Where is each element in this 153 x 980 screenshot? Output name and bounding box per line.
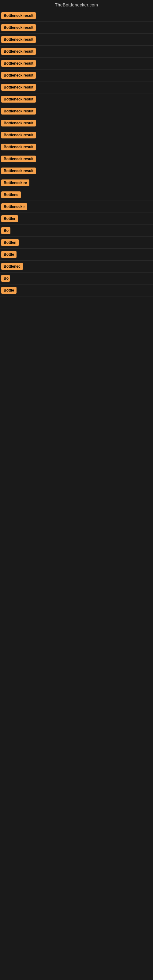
result-row-18: Bottler bbox=[0, 213, 153, 225]
bottleneck-badge-20[interactable]: Bottlen bbox=[1, 239, 19, 246]
results-list: Bottleneck resultBottleneck resultBottle… bbox=[0, 10, 153, 296]
result-row-15: Bottleneck re bbox=[0, 177, 153, 189]
result-row-16: Bottlene bbox=[0, 189, 153, 201]
bottleneck-badge-14[interactable]: Bottleneck result bbox=[1, 167, 36, 174]
bottleneck-badge-3[interactable]: Bottleneck result bbox=[1, 36, 36, 43]
bottleneck-badge-19[interactable]: Bo bbox=[1, 227, 10, 234]
bottleneck-badge-22[interactable]: Bottlenec bbox=[1, 263, 23, 270]
result-row-23: Bo bbox=[0, 272, 153, 285]
bottleneck-badge-4[interactable]: Bottleneck result bbox=[1, 48, 36, 55]
result-row-4: Bottleneck result bbox=[0, 46, 153, 57]
bottleneck-badge-11[interactable]: Bottleneck result bbox=[1, 132, 36, 138]
result-row-1: Bottleneck result bbox=[0, 10, 153, 22]
bottleneck-badge-5[interactable]: Bottleneck result bbox=[1, 60, 36, 67]
bottleneck-badge-10[interactable]: Bottleneck result bbox=[1, 120, 36, 126]
site-header: TheBottlenecker.com bbox=[0, 0, 153, 10]
result-row-5: Bottleneck result bbox=[0, 57, 153, 70]
page-wrapper: TheBottlenecker.com Bottleneck resultBot… bbox=[0, 0, 153, 725]
result-row-9: Bottleneck result bbox=[0, 105, 153, 117]
bottleneck-badge-15[interactable]: Bottleneck re bbox=[1, 180, 29, 186]
bottleneck-badge-23[interactable]: Bo bbox=[1, 275, 10, 282]
bottleneck-badge-18[interactable]: Bottler bbox=[1, 215, 18, 222]
bottleneck-badge-1[interactable]: Bottleneck result bbox=[1, 12, 36, 19]
result-row-10: Bottleneck result bbox=[0, 117, 153, 129]
result-row-24: Bottle bbox=[0, 285, 153, 296]
result-row-3: Bottleneck result bbox=[0, 34, 153, 46]
bottleneck-badge-13[interactable]: Bottleneck result bbox=[1, 156, 36, 162]
result-row-2: Bottleneck result bbox=[0, 22, 153, 34]
result-row-12: Bottleneck result bbox=[0, 141, 153, 153]
result-row-19: Bo bbox=[0, 225, 153, 237]
bottleneck-badge-6[interactable]: Bottleneck result bbox=[1, 72, 36, 79]
result-row-8: Bottleneck result bbox=[0, 94, 153, 105]
bottleneck-badge-8[interactable]: Bottleneck result bbox=[1, 96, 36, 103]
result-row-13: Bottleneck result bbox=[0, 153, 153, 165]
result-row-22: Bottlenec bbox=[0, 261, 153, 272]
result-row-20: Bottlen bbox=[0, 237, 153, 249]
bottom-spacer bbox=[0, 296, 153, 725]
bottleneck-badge-17[interactable]: Bottleneck r bbox=[1, 204, 27, 210]
bottleneck-badge-12[interactable]: Bottleneck result bbox=[1, 144, 36, 150]
bottleneck-badge-16[interactable]: Bottlene bbox=[1, 191, 21, 198]
result-row-21: Bottle bbox=[0, 249, 153, 261]
result-row-14: Bottleneck result bbox=[0, 165, 153, 177]
result-row-11: Bottleneck result bbox=[0, 129, 153, 141]
bottleneck-badge-21[interactable]: Bottle bbox=[1, 251, 16, 258]
bottleneck-badge-2[interactable]: Bottleneck result bbox=[1, 24, 36, 31]
bottleneck-badge-7[interactable]: Bottleneck result bbox=[1, 84, 36, 91]
result-row-7: Bottleneck result bbox=[0, 81, 153, 94]
bottleneck-badge-24[interactable]: Bottle bbox=[1, 287, 16, 294]
bottleneck-badge-9[interactable]: Bottleneck result bbox=[1, 108, 36, 115]
result-row-6: Bottleneck result bbox=[0, 70, 153, 81]
site-title: TheBottlenecker.com bbox=[0, 0, 153, 10]
result-row-17: Bottleneck r bbox=[0, 201, 153, 213]
